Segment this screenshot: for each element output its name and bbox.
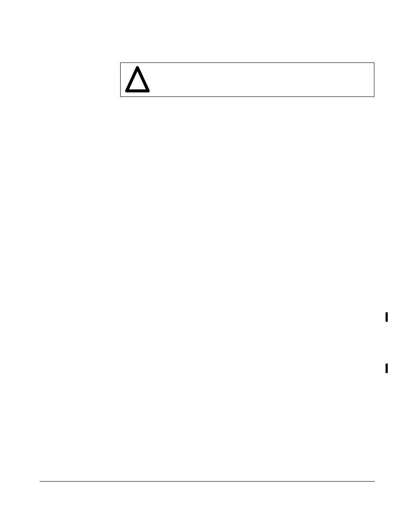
revision-change-bar <box>386 364 388 373</box>
warning-triangle-icon <box>125 66 150 93</box>
revision-change-bar <box>386 312 388 322</box>
footer-rule <box>40 481 375 482</box>
page-header <box>34 35 379 48</box>
attention-callout <box>120 62 374 97</box>
